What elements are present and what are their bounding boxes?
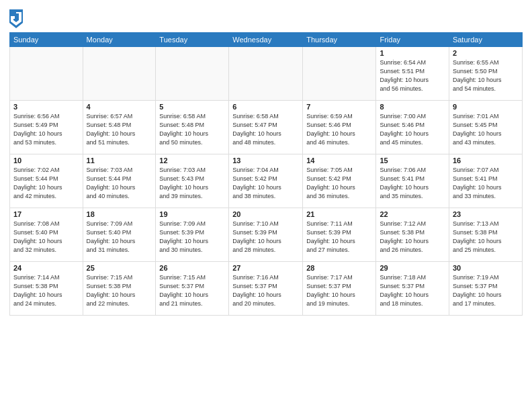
calendar-cell: 6Sunrise: 6:58 AMSunset: 5:47 PMDaylight… (229, 101, 303, 154)
calendar-cell: 25Sunrise: 7:15 AMSunset: 5:38 PMDayligh… (83, 262, 156, 316)
calendar-cell: 2Sunrise: 6:55 AMSunset: 5:50 PMDaylight… (449, 47, 522, 101)
calendar-cell: 11Sunrise: 7:03 AMSunset: 5:44 PMDayligh… (83, 154, 156, 208)
day-info: Sunrise: 7:15 AMSunset: 5:38 PMDaylight:… (87, 273, 152, 308)
weekday-header-saturday: Saturday (449, 33, 522, 47)
calendar-cell: 14Sunrise: 7:05 AMSunset: 5:42 PMDayligh… (303, 154, 376, 208)
calendar-cell: 16Sunrise: 7:07 AMSunset: 5:41 PMDayligh… (449, 154, 522, 208)
day-info: Sunrise: 6:59 AMSunset: 5:46 PMDaylight:… (306, 112, 372, 147)
day-number: 7 (306, 103, 372, 111)
calendar-cell: 8Sunrise: 7:00 AMSunset: 5:46 PMDaylight… (376, 101, 449, 154)
calendar-cell: 4Sunrise: 6:57 AMSunset: 5:48 PMDaylight… (83, 101, 156, 154)
weekday-header-sunday: Sunday (10, 33, 83, 47)
calendar-cell: 12Sunrise: 7:03 AMSunset: 5:43 PMDayligh… (156, 154, 229, 208)
day-info: Sunrise: 7:14 AMSunset: 5:38 PMDaylight:… (13, 273, 79, 308)
day-info: Sunrise: 7:07 AMSunset: 5:41 PMDaylight:… (453, 166, 519, 201)
calendar-cell: 19Sunrise: 7:09 AMSunset: 5:39 PMDayligh… (156, 208, 229, 262)
calendar-week-0: 1Sunrise: 6:54 AMSunset: 5:51 PMDaylight… (10, 47, 523, 101)
calendar-cell: 24Sunrise: 7:14 AMSunset: 5:38 PMDayligh… (10, 262, 83, 316)
day-number: 1 (380, 49, 445, 57)
calendar-cell (83, 47, 156, 101)
day-number: 6 (232, 103, 299, 111)
day-info: Sunrise: 6:54 AMSunset: 5:51 PMDaylight:… (380, 58, 445, 93)
calendar-cell: 1Sunrise: 6:54 AMSunset: 5:51 PMDaylight… (376, 47, 449, 101)
calendar-cell: 20Sunrise: 7:10 AMSunset: 5:39 PMDayligh… (229, 208, 303, 262)
day-number: 29 (380, 264, 445, 272)
day-number: 16 (453, 156, 519, 165)
day-number: 13 (232, 156, 299, 165)
weekday-header-row: SundayMondayTuesdayWednesdayThursdayFrid… (10, 33, 523, 47)
day-info: Sunrise: 6:58 AMSunset: 5:48 PMDaylight:… (159, 112, 225, 147)
calendar-cell: 9Sunrise: 7:01 AMSunset: 5:45 PMDaylight… (449, 101, 522, 154)
calendar-cell: 15Sunrise: 7:06 AMSunset: 5:41 PMDayligh… (376, 154, 449, 208)
day-info: Sunrise: 6:57 AMSunset: 5:48 PMDaylight:… (87, 112, 152, 147)
day-number: 9 (453, 103, 519, 111)
weekday-header-monday: Monday (83, 33, 156, 47)
weekday-header-tuesday: Tuesday (156, 33, 229, 47)
day-number: 14 (306, 156, 372, 165)
calendar-cell (229, 47, 303, 101)
day-number: 2 (453, 49, 519, 57)
day-number: 4 (87, 103, 152, 111)
day-number: 23 (453, 210, 519, 218)
calendar-cell: 22Sunrise: 7:12 AMSunset: 5:38 PMDayligh… (376, 208, 449, 262)
calendar-cell: 29Sunrise: 7:18 AMSunset: 5:37 PMDayligh… (376, 262, 449, 316)
calendar-cell: 21Sunrise: 7:11 AMSunset: 5:39 PMDayligh… (303, 208, 376, 262)
calendar-cell: 28Sunrise: 7:17 AMSunset: 5:37 PMDayligh… (303, 262, 376, 316)
day-info: Sunrise: 7:03 AMSunset: 5:44 PMDaylight:… (87, 166, 152, 201)
day-number: 27 (232, 264, 299, 272)
logo-icon (9, 9, 23, 28)
page-container: SundayMondayTuesdayWednesdayThursdayFrid… (0, 0, 532, 411)
day-number: 20 (232, 210, 299, 218)
day-number: 26 (159, 264, 225, 272)
day-number: 5 (159, 103, 225, 111)
logo (9, 9, 24, 28)
day-info: Sunrise: 7:09 AMSunset: 5:40 PMDaylight:… (87, 220, 152, 255)
day-number: 15 (380, 156, 445, 165)
calendar-cell (10, 47, 83, 101)
calendar-cell: 10Sunrise: 7:02 AMSunset: 5:44 PMDayligh… (10, 154, 83, 208)
day-info: Sunrise: 7:03 AMSunset: 5:43 PMDaylight:… (159, 166, 225, 201)
day-number: 21 (306, 210, 372, 218)
calendar-cell: 3Sunrise: 6:56 AMSunset: 5:49 PMDaylight… (10, 101, 83, 154)
calendar-week-2: 10Sunrise: 7:02 AMSunset: 5:44 PMDayligh… (10, 154, 523, 208)
day-info: Sunrise: 6:58 AMSunset: 5:47 PMDaylight:… (232, 112, 299, 147)
calendar-cell: 5Sunrise: 6:58 AMSunset: 5:48 PMDaylight… (156, 101, 229, 154)
calendar-table: SundayMondayTuesdayWednesdayThursdayFrid… (9, 32, 523, 316)
day-number: 19 (159, 210, 225, 218)
day-info: Sunrise: 7:00 AMSunset: 5:46 PMDaylight:… (380, 112, 445, 147)
weekday-header-thursday: Thursday (303, 33, 376, 47)
day-number: 11 (87, 156, 152, 165)
calendar-cell: 7Sunrise: 6:59 AMSunset: 5:46 PMDaylight… (303, 101, 376, 154)
calendar-cell: 23Sunrise: 7:13 AMSunset: 5:38 PMDayligh… (449, 208, 522, 262)
day-info: Sunrise: 7:04 AMSunset: 5:42 PMDaylight:… (232, 166, 299, 201)
day-number: 24 (13, 264, 79, 272)
day-info: Sunrise: 7:17 AMSunset: 5:37 PMDaylight:… (306, 273, 372, 308)
weekday-header-wednesday: Wednesday (229, 33, 303, 47)
day-info: Sunrise: 6:55 AMSunset: 5:50 PMDaylight:… (453, 58, 519, 93)
calendar-cell: 26Sunrise: 7:15 AMSunset: 5:37 PMDayligh… (156, 262, 229, 316)
day-number: 12 (159, 156, 225, 165)
day-info: Sunrise: 7:13 AMSunset: 5:38 PMDaylight:… (453, 220, 519, 255)
day-number: 30 (453, 264, 519, 272)
day-number: 3 (13, 103, 79, 111)
day-info: Sunrise: 6:56 AMSunset: 5:49 PMDaylight:… (13, 112, 79, 147)
day-info: Sunrise: 7:01 AMSunset: 5:45 PMDaylight:… (453, 112, 519, 147)
weekday-header-friday: Friday (376, 33, 449, 47)
day-info: Sunrise: 7:02 AMSunset: 5:44 PMDaylight:… (13, 166, 79, 201)
day-info: Sunrise: 7:09 AMSunset: 5:39 PMDaylight:… (159, 220, 225, 255)
day-number: 22 (380, 210, 445, 218)
calendar-cell: 13Sunrise: 7:04 AMSunset: 5:42 PMDayligh… (229, 154, 303, 208)
header (9, 7, 523, 28)
calendar-cell: 27Sunrise: 7:16 AMSunset: 5:37 PMDayligh… (229, 262, 303, 316)
calendar-cell: 17Sunrise: 7:08 AMSunset: 5:40 PMDayligh… (10, 208, 83, 262)
day-number: 25 (87, 264, 152, 272)
day-number: 28 (306, 264, 372, 272)
day-info: Sunrise: 7:06 AMSunset: 5:41 PMDaylight:… (380, 166, 445, 201)
calendar-cell (156, 47, 229, 101)
day-info: Sunrise: 7:15 AMSunset: 5:37 PMDaylight:… (159, 273, 225, 308)
day-info: Sunrise: 7:18 AMSunset: 5:37 PMDaylight:… (380, 273, 445, 308)
day-number: 17 (13, 210, 79, 218)
day-number: 10 (13, 156, 79, 165)
day-info: Sunrise: 7:11 AMSunset: 5:39 PMDaylight:… (306, 220, 372, 255)
calendar-week-4: 24Sunrise: 7:14 AMSunset: 5:38 PMDayligh… (10, 262, 523, 316)
